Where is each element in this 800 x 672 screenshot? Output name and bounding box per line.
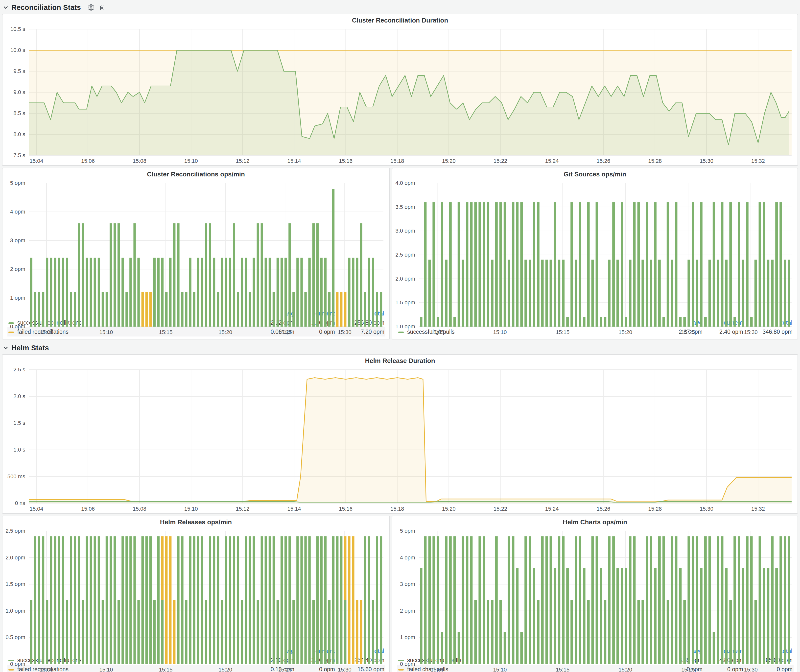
svg-text:15:10: 15:10 [493, 329, 507, 335]
helm-releases-chart[interactable]: 0 opm0.5 opm1.0 opm1.5 opm2.0 opm2.5 opm… [2, 527, 389, 646]
panel-title[interactable]: Helm Release Duration [2, 355, 798, 366]
svg-text:2.0 opm: 2.0 opm [6, 554, 26, 561]
svg-text:15:04: 15:04 [30, 158, 43, 164]
svg-text:15:22: 15:22 [493, 506, 507, 512]
svg-text:15:26: 15:26 [597, 158, 610, 164]
svg-text:15:25: 15:25 [681, 667, 695, 672]
svg-text:15:26: 15:26 [597, 506, 610, 512]
svg-text:15:08: 15:08 [133, 506, 146, 512]
svg-text:1.0 s: 1.0 s [13, 446, 25, 453]
svg-text:2 opm: 2 opm [10, 266, 25, 272]
chevron-down-icon[interactable] [3, 345, 8, 350]
section-title: Reconciliation Stats [11, 3, 81, 12]
panel-cluster-reconciliation-duration: Cluster Reconciliation Duration 7.5 s8.0… [2, 14, 798, 166]
svg-text:15:16: 15:16 [339, 158, 352, 164]
svg-text:3 opm: 3 opm [400, 581, 415, 587]
svg-text:15:16: 15:16 [339, 506, 352, 512]
svg-text:15:20: 15:20 [619, 667, 632, 672]
panel-helm-release-duration: Helm Release Duration 0 ns500 ms1.0 s1.5… [2, 354, 798, 514]
svg-text:15:14: 15:14 [288, 506, 301, 512]
svg-text:15:05: 15:05 [40, 667, 53, 672]
svg-text:15:14: 15:14 [288, 158, 301, 164]
svg-text:1.5 opm: 1.5 opm [6, 581, 26, 587]
svg-text:2.5 s: 2.5 s [13, 366, 25, 373]
svg-text:15:06: 15:06 [81, 158, 95, 164]
panel-title[interactable]: Git Sources ops/min [392, 168, 798, 179]
svg-text:15:10: 15:10 [99, 667, 113, 672]
svg-text:15:10: 15:10 [99, 329, 113, 335]
panel-title[interactable]: Helm Charts ops/min [392, 516, 798, 527]
svg-text:15:15: 15:15 [159, 667, 173, 672]
svg-text:2.0 opm: 2.0 opm [395, 276, 415, 282]
cluster-reconciliations-chart[interactable]: 0 opm1 opm2 opm3 opm4 opm5 opm15:0515:10… [2, 179, 389, 309]
section-header-helm-stats[interactable]: Helm Stats [0, 341, 800, 354]
section-header-reconciliation-stats[interactable]: Reconciliation Stats [0, 0, 800, 14]
svg-text:15:30: 15:30 [744, 667, 758, 672]
svg-text:15:05: 15:05 [430, 667, 444, 672]
svg-text:2.5 opm: 2.5 opm [395, 252, 415, 258]
svg-text:2 opm: 2 opm [400, 608, 415, 614]
svg-text:15:24: 15:24 [545, 158, 558, 164]
svg-text:4.0 opm: 4.0 opm [395, 180, 415, 186]
helm-charts-chart[interactable]: 0 opm1 opm2 opm3 opm4 opm5 opm15:0515:10… [392, 527, 798, 646]
svg-text:15:30: 15:30 [744, 329, 758, 335]
svg-text:0 opm: 0 opm [10, 661, 25, 667]
panel-helm-releases: Helm Releases ops/min 0 opm0.5 opm1.0 op… [2, 516, 390, 672]
helm-release-duration-chart[interactable]: 0 ns500 ms1.0 s1.5 s2.0 s2.5 s15:0415:06… [2, 366, 798, 513]
svg-text:5 opm: 5 opm [400, 528, 415, 534]
svg-text:15:24: 15:24 [545, 506, 558, 512]
svg-text:15:28: 15:28 [648, 506, 662, 512]
svg-text:3.0 opm: 3.0 opm [395, 228, 415, 234]
panel-title[interactable]: Cluster Reconciliation Duration [2, 14, 798, 25]
svg-text:15:25: 15:25 [278, 329, 292, 335]
svg-text:8.0 s: 8.0 s [13, 131, 25, 137]
cluster-reconciliation-duration-chart[interactable]: 7.5 s8.0 s8.5 s9.0 s9.5 s10.0 s10.5 s15:… [2, 25, 798, 165]
svg-text:2.5 opm: 2.5 opm [6, 528, 26, 534]
svg-text:15:20: 15:20 [442, 506, 456, 512]
panel-title[interactable]: Helm Releases ops/min [2, 516, 389, 527]
svg-text:15:22: 15:22 [493, 158, 507, 164]
svg-text:15:10: 15:10 [493, 667, 507, 672]
svg-text:15:30: 15:30 [700, 158, 714, 164]
svg-text:15:08: 15:08 [133, 158, 146, 164]
svg-text:15:06: 15:06 [81, 506, 95, 512]
svg-text:15:12: 15:12 [236, 506, 250, 512]
gear-icon[interactable] [88, 4, 94, 11]
svg-text:9.0 s: 9.0 s [13, 89, 25, 95]
chevron-down-icon[interactable] [3, 5, 8, 10]
svg-text:10.0 s: 10.0 s [10, 47, 25, 53]
svg-text:15:15: 15:15 [556, 329, 570, 335]
svg-text:7.5 s: 7.5 s [13, 152, 25, 158]
svg-text:1 opm: 1 opm [10, 295, 25, 301]
svg-text:1.0 opm: 1.0 opm [6, 608, 26, 614]
svg-text:15:25: 15:25 [278, 667, 292, 672]
trash-icon[interactable] [99, 4, 105, 11]
panel-title[interactable]: Cluster Reconciliations ops/min [2, 168, 389, 179]
svg-text:15:28: 15:28 [648, 158, 662, 164]
svg-text:5 opm: 5 opm [10, 180, 25, 186]
svg-text:15:10: 15:10 [184, 506, 198, 512]
svg-text:15:30: 15:30 [338, 329, 352, 335]
svg-text:4 opm: 4 opm [10, 209, 25, 215]
git-sources-chart[interactable]: 1.0 opm1.5 opm2.0 opm2.5 opm3.0 opm3.5 o… [392, 179, 798, 318]
svg-text:15:30: 15:30 [700, 506, 714, 512]
svg-text:2.0 s: 2.0 s [13, 393, 25, 399]
svg-text:0 opm: 0 opm [10, 323, 25, 330]
svg-text:8.5 s: 8.5 s [13, 110, 25, 116]
svg-text:15:25: 15:25 [681, 329, 695, 335]
svg-text:1.5 opm: 1.5 opm [395, 299, 415, 306]
svg-text:15:04: 15:04 [30, 506, 43, 512]
svg-text:15:20: 15:20 [219, 329, 232, 335]
svg-text:15:32: 15:32 [751, 158, 765, 164]
svg-text:4 opm: 4 opm [400, 554, 415, 561]
section-title: Helm Stats [11, 344, 49, 352]
svg-text:15:18: 15:18 [390, 506, 404, 512]
svg-text:0 opm: 0 opm [400, 661, 415, 667]
svg-text:10.5 s: 10.5 s [10, 26, 25, 32]
svg-text:9.5 s: 9.5 s [13, 68, 25, 74]
svg-text:15:15: 15:15 [159, 329, 173, 335]
svg-text:15:18: 15:18 [390, 158, 404, 164]
svg-text:15:12: 15:12 [236, 158, 250, 164]
svg-text:15:20: 15:20 [442, 158, 456, 164]
grafana-dashboard: Reconciliation Stats Cluster Reconciliat… [0, 0, 800, 672]
